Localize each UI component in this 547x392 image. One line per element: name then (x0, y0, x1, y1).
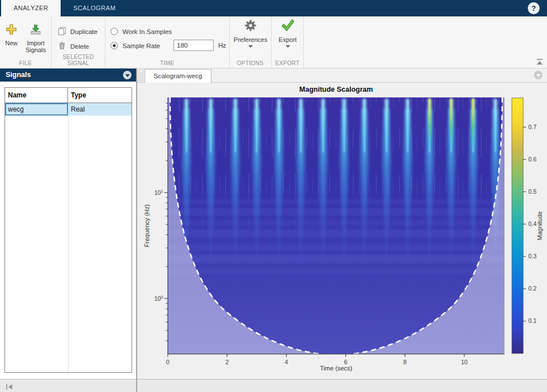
check-icon (282, 19, 294, 34)
svg-text:0.5: 0.5 (528, 188, 537, 195)
radio-selected-icon (111, 42, 118, 49)
svg-text:2: 2 (226, 359, 229, 365)
radio-unselected-icon (111, 28, 118, 35)
y-axis-label: Frequency (Hz) (143, 204, 150, 248)
section-export: Export EXPORT (272, 16, 304, 68)
section-label-options: OPTIONS (230, 60, 271, 66)
section-label-file: FILE (0, 60, 51, 66)
svg-text:0.6: 0.6 (528, 156, 537, 163)
svg-text:100: 100 (154, 295, 163, 302)
svg-text:8: 8 (403, 359, 406, 365)
colorbar: 0.10.20.30.40.50.60.7Magnitude (512, 98, 543, 353)
svg-text:4: 4 (285, 359, 288, 365)
section-selected-signal: Duplicate Delete SELECTED SIGNAL (52, 16, 105, 68)
gear-icon (244, 19, 257, 34)
table-row[interactable]: wecg Real (5, 103, 132, 116)
column-header-name[interactable]: Name (5, 88, 68, 103)
document-area: Scalogram-wecg 0246810100101Magnitude Sc… (137, 69, 547, 379)
signals-table-header: Name Type (5, 88, 132, 103)
duplicate-icon (58, 27, 66, 37)
chevron-down-icon (286, 45, 290, 48)
import-signals-button[interactable]: Import Signals (22, 24, 50, 53)
section-options: Preferences OPTIONS (230, 16, 272, 68)
svg-text:101: 101 (154, 189, 163, 196)
section-label-export: EXPORT (272, 60, 303, 66)
plus-icon (6, 24, 17, 37)
signal-name-cell[interactable]: wecg (5, 103, 68, 116)
toolstrip-tab-bar: ANALYZER SCALOGRAM ? (0, 0, 547, 16)
svg-text:10: 10 (461, 359, 468, 365)
scalogram-image (168, 97, 504, 354)
import-icon (30, 24, 41, 37)
signal-type-cell[interactable]: Real (68, 103, 132, 116)
export-button[interactable]: Export (272, 19, 304, 48)
tab-scalogram-wecg[interactable]: Scalogram-wecg (145, 69, 211, 83)
chevron-down-icon (248, 45, 253, 48)
import-signals-label: Import Signals (22, 40, 50, 53)
figure-area: 0246810100101Magnitude ScalogramTime (se… (137, 83, 547, 379)
svg-text:0.1: 0.1 (528, 317, 537, 324)
document-menu-button[interactable] (534, 71, 542, 79)
new-button-label: New (5, 40, 18, 46)
sample-rate-input[interactable] (173, 40, 214, 51)
signals-panel: Signals Name Type wecg Real (0, 69, 136, 379)
chevron-down-icon (536, 74, 541, 77)
preferences-button[interactable]: Preferences (230, 19, 272, 48)
wavelet-analyzer-app: ANALYZER SCALOGRAM ? New (0, 0, 547, 392)
x-axis-label: Time (secs) (320, 365, 352, 372)
tab-scalogram[interactable]: SCALOGRAM (61, 0, 128, 16)
delete-label: Delete (70, 43, 89, 50)
tab-analyzer[interactable]: ANALYZER (1, 0, 61, 16)
ribbon-toolbar: New Import Signals FILE (0, 16, 547, 69)
preferences-label: Preferences (234, 36, 267, 43)
colorbar-label: Magnitude (536, 211, 543, 240)
work-in-samples-label: Work In Samples (122, 28, 172, 35)
duplicate-button[interactable]: Duplicate (58, 27, 97, 37)
sample-rate-label: Sample Rate (122, 42, 160, 49)
column-header-type[interactable]: Type (68, 88, 132, 103)
question-icon: ? (532, 4, 536, 12)
scalogram-plot: 0246810100101Magnitude ScalogramTime (se… (142, 83, 547, 374)
svg-text:0.2: 0.2 (528, 285, 537, 292)
svg-text:0.3: 0.3 (528, 253, 537, 259)
ribbon-spacer (304, 16, 547, 68)
column-divider (68, 88, 69, 372)
panel-splitter[interactable] (136, 69, 137, 392)
trash-icon (58, 41, 66, 52)
svg-text:0.4: 0.4 (528, 220, 537, 227)
signals-table: Name Type wecg Real (5, 87, 132, 373)
section-file: New Import Signals FILE (0, 16, 52, 68)
collapse-panel-icon[interactable] (6, 382, 13, 392)
section-label-selected-signal: SELECTED SIGNAL (52, 54, 105, 66)
sample-rate-radio[interactable]: Sample Rate (111, 41, 160, 50)
svg-text:0: 0 (166, 359, 169, 365)
section-time: Work In Samples Sample Rate Hz TIME (105, 16, 230, 68)
section-label-time: TIME (105, 60, 229, 66)
help-button[interactable]: ? (528, 2, 540, 14)
plot-title: Magnitude Scalogram (299, 86, 373, 93)
export-label: Export (279, 36, 297, 43)
panel-menu-button[interactable] (123, 71, 132, 79)
duplicate-label: Duplicate (70, 28, 97, 35)
signals-panel-title: Signals (6, 71, 31, 79)
svg-text:0.7: 0.7 (528, 123, 537, 130)
delete-button[interactable]: Delete (58, 41, 89, 52)
work-in-samples-radio[interactable]: Work In Samples (111, 27, 172, 36)
collapse-ribbon-button[interactable] (536, 58, 544, 65)
chevron-down-icon (125, 74, 130, 77)
new-button[interactable]: New (1, 24, 22, 46)
status-bar (0, 379, 547, 392)
splitter-grip[interactable] (138, 70, 143, 81)
document-tab-bar: Scalogram-wecg (137, 69, 547, 83)
sample-rate-unit: Hz (218, 42, 226, 49)
signals-panel-header: Signals (0, 69, 136, 82)
